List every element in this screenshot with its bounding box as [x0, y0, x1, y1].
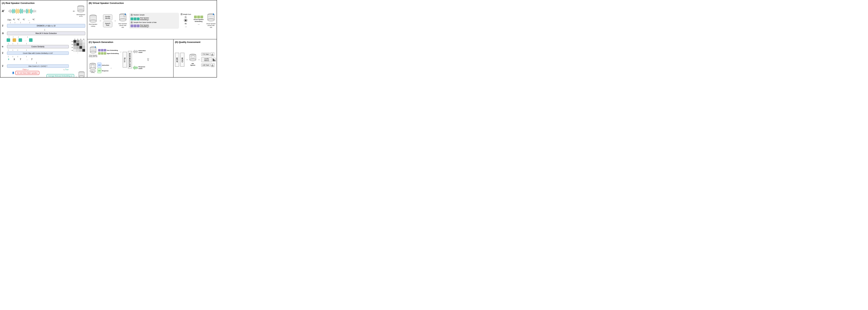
- person-icon-false: 👤: [12, 71, 14, 74]
- panel-b: (B) Virtual Speaker Construction Real Sp…: [87, 0, 217, 39]
- d-quality-metrics-box: Quality Metrics: [201, 57, 212, 62]
- b-step1: ① Random Sample: [130, 14, 178, 16]
- panel-d: (D) Quality Assessment ASR CER →: [174, 39, 217, 78]
- arrow-2: ↓: [2, 28, 85, 31]
- b-emb1-squares: [130, 18, 140, 20]
- clips-row: Clips a0i a1i a2i ... ani: [2, 18, 85, 21]
- b-virt-emb-label: Virtual Speaker Embedding: [192, 19, 205, 22]
- panel-b-title: (B) Virtual Speaker Construction: [89, 2, 216, 4]
- svg-point-42: [190, 59, 196, 61]
- b-emb2-row: Real SpeakerEmbedding 2: [130, 24, 178, 28]
- svg-point-20: [124, 15, 125, 17]
- count-7a: 7: [19, 58, 22, 61]
- c-user-emb-label: User Embedding: [107, 50, 118, 51]
- count-9: 9: [7, 58, 10, 61]
- cosine-row: ⊞ Cosine-Similarity: [2, 45, 69, 48]
- c-inst-audio-label: InstructionAudio: [138, 50, 146, 53]
- d-asr-chart-icon: [211, 63, 215, 67]
- b-emb1-row: Real SpeakerEmbedding 1: [130, 17, 178, 21]
- main-diagram: (A) Real Speaker Construction Ai: [0, 0, 217, 78]
- matrix-col-labels: a₀ a₁ a₂ a₃: [70, 38, 85, 40]
- b-step2: ② Sample from Same Gender & Rate: [130, 21, 178, 24]
- embedding-matrix-row: ... ↓ ↓ ↓ ↓ ⊞ Cosine-Similarity: [2, 38, 85, 68]
- d-tasks: TTS Task Quality Metrics: [201, 44, 216, 75]
- false-label-text: False: [23, 69, 27, 70]
- panel-a-title: (A) Real Speaker Construction: [2, 2, 85, 4]
- svg-point-12: [90, 20, 96, 22]
- matrix-icon: ⊞: [2, 45, 6, 48]
- arrows-5: ↓ ↓ ↓ ↓: [2, 49, 69, 51]
- matrix-row-0: a₀: [70, 40, 85, 43]
- arrow-from-source: ⇐: [73, 9, 75, 13]
- c-filter-icon: ⊽: [147, 58, 149, 62]
- filter1-row: ⊽ DNSMOS ≥ 4 && n ≥ 10: [2, 24, 85, 28]
- d-tts-chart-icon: [211, 52, 214, 56]
- panel-d-title: (D) Quality Assessment: [175, 41, 216, 43]
- b-weight-sum-section: ③ Weight Sum w₁ ⊕ w₂ →: [180, 13, 191, 28]
- c-tts-box: TTS: [123, 52, 127, 68]
- c-tts-section: TTS: [123, 44, 127, 75]
- cosine-matrix-visual: a₀ a₁ a₂ a₃ a₀ a₁: [70, 38, 85, 54]
- c-vsl-db: 👤 Virtual Speaker Library with Info: [89, 46, 97, 58]
- no-main-speaker-box: Do not Have Main speaker: [15, 71, 39, 75]
- d-quality-chart-icon: [213, 58, 216, 62]
- b-rsl-info-label: Real Speaker Library with Info: [118, 23, 128, 28]
- c-text-outputs: Instruction Response: [97, 63, 109, 73]
- maxcount-row: ⊽ Max Count ≥ 5 × ⌊n/10⌋ ?: [2, 64, 69, 68]
- wenetspeech-label: WenetSpeech 4TTS: [76, 14, 85, 17]
- svg-point-17: [120, 19, 126, 21]
- waveform-bars: [8, 8, 71, 14]
- speech-rate-box: SpeechRate: [103, 21, 112, 27]
- c-agent-emb-label: Agent Embedding: [107, 53, 119, 54]
- svg-point-7: [79, 75, 84, 78]
- b-step3: ③ Weight Sum: [180, 13, 191, 16]
- b-emb2-label: Real SpeakerEmbedding 2: [140, 24, 149, 28]
- c-instruction: Instruction: [97, 63, 109, 68]
- waveform-row: Ai: [2, 5, 85, 17]
- emb-sq-4: [29, 38, 33, 42]
- embedding-left: ... ↓ ↓ ↓ ↓ ⊞ Cosine-Similarity: [2, 38, 69, 68]
- c-watermark-box: WATERMARK: [128, 51, 132, 68]
- b-arrow-4: →: [197, 23, 200, 26]
- arrows-4: ↓ ↓ ↓ ↓: [2, 42, 69, 44]
- c-dialog-label: Dialog Text Library: [89, 70, 97, 73]
- d-am-speech-db: AM-Speech: [189, 53, 196, 66]
- c-response: Response: [97, 68, 109, 73]
- b-classify-boxes: GenderIdentify SpeechRate: [103, 14, 112, 27]
- b-emb2-squares: [130, 25, 140, 27]
- filter2-row: ⊽ Count Clips with Cosine-Similarity ≥ 0…: [2, 52, 69, 55]
- false-branch: False ↙ 👤 Do not Have Main speaker: [6, 69, 45, 75]
- c-arrow-from-dialog: →: [110, 67, 112, 69]
- emb-sq-3: [19, 38, 22, 42]
- b-arrow-3: →: [184, 25, 187, 28]
- true-branch: ↘ True Average Relevant Embedding as Sⁱ …: [46, 69, 85, 78]
- arrow-max: ↓: [2, 61, 69, 64]
- c-agent-emb: Agent Embedding: [98, 52, 119, 55]
- svg-point-24: [208, 19, 214, 21]
- matrix-row-3: a₃: [70, 49, 85, 52]
- c-dialog-db: Dialog Text Library: [89, 63, 97, 73]
- d-am-speech-label: AM-Speech: [189, 63, 196, 66]
- c-user-emb: User Embedding: [98, 49, 119, 52]
- count-row: 9 3 7 ... 7: [2, 58, 69, 61]
- emb-sq-1: [7, 38, 10, 42]
- b-rsl-with-info: 👤 Real Speaker Library with Info: [118, 13, 128, 28]
- b-arrow-1: →: [99, 19, 102, 22]
- d-cer-box: CER: [180, 53, 184, 67]
- panel-b-content: Real Speaker Library → GenderIdentify Sp…: [89, 5, 216, 36]
- c-audio-outputs: InstructionAudio ResponseAudio: [133, 44, 146, 75]
- d-asr-task-box: ASR Task: [201, 64, 210, 67]
- d-asr-section: ASR: [175, 44, 179, 75]
- d-arrow-1: →: [185, 58, 188, 61]
- cosine-box: Cosine-Similarity: [7, 45, 69, 48]
- c-vsl-label: Virtual Speaker Library with Info: [89, 55, 97, 58]
- matrix-row-1: a₁: [70, 43, 85, 46]
- wenetspeech-db: WenetSpeech 4TTS: [76, 5, 85, 17]
- avg-embedding-label: Average Relevant Embedding as Sⁱ: [48, 75, 73, 78]
- b-arrow-2: →: [114, 19, 117, 22]
- panel-c-content: 👤 Virtual Speaker Library with Info: [89, 44, 172, 75]
- matrix-row-2: a₂: [70, 46, 85, 49]
- b-weight-labels: w₁ ⊕ w₂: [184, 16, 187, 25]
- squares-row: ...: [2, 38, 69, 42]
- d-arrow-2: →: [197, 58, 200, 61]
